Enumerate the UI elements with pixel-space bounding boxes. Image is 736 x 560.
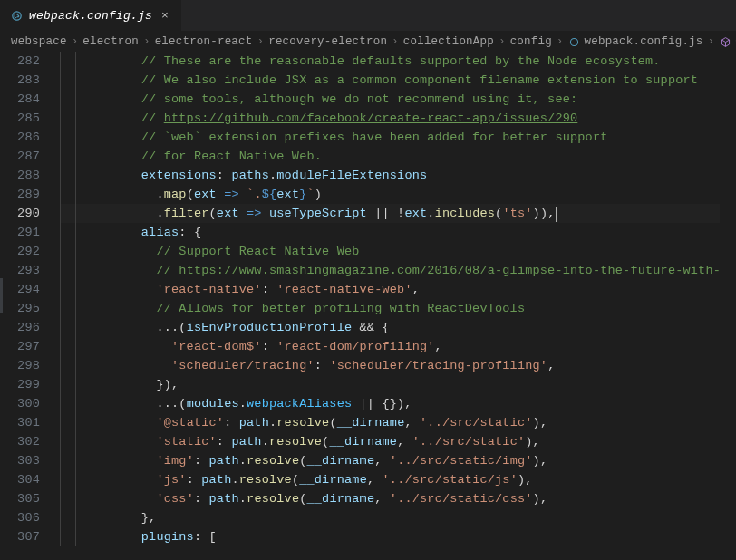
line-number: 282	[0, 52, 60, 71]
code-line[interactable]: 302 'static': path.resolve(__dirname, '.…	[0, 432, 736, 451]
code-line[interactable]: 284 // some tools, although we do not re…	[0, 90, 736, 109]
code-text[interactable]: ...(modules.webpackAliases || {}),	[96, 394, 736, 413]
line-number: 299	[0, 375, 60, 394]
code-text[interactable]: // `web` extension prefixes have been ad…	[96, 128, 736, 147]
indent-guide-area	[60, 299, 96, 318]
breadcrumb-separator-icon: ›	[71, 35, 80, 48]
line-number: 286	[0, 128, 60, 147]
tab-bar: webpack.config.js ×	[0, 0, 736, 32]
code-text[interactable]: }),	[96, 375, 736, 394]
editor[interactable]: 282 // These are the reasonable defaults…	[0, 52, 736, 560]
code-line[interactable]: 289 .map(ext => `.${ext}`)	[0, 185, 736, 204]
js-file-icon	[9, 8, 24, 23]
line-number: 298	[0, 356, 60, 375]
line-number: 297	[0, 337, 60, 356]
code-line[interactable]: 307 plugins: [	[0, 527, 736, 546]
code-text[interactable]: 'react-native': 'react-native-web',	[96, 280, 736, 299]
line-number: 301	[0, 413, 60, 432]
code-text[interactable]: // for React Native Web.	[96, 147, 736, 166]
code-text[interactable]: // We also include JSX as a common compo…	[96, 71, 736, 90]
code-line[interactable]: 283 // We also include JSX as a common c…	[0, 71, 736, 90]
code-line[interactable]: 295 // Allows for better profiling with …	[0, 299, 736, 318]
indent-guide-area	[60, 375, 96, 394]
indent-guide-area	[60, 52, 96, 71]
code-text[interactable]: ...(isEnvProductionProfile && {	[96, 318, 736, 337]
code-text[interactable]: 'react-dom$': 'react-dom/profiling',	[96, 337, 736, 356]
text-cursor	[556, 207, 557, 222]
indent-guide-area	[60, 318, 96, 337]
code-text[interactable]: 'img': path.resolve(__dirname, '../src/s…	[96, 451, 736, 470]
breadcrumb-separator-icon: ›	[498, 35, 507, 48]
code-line[interactable]: 292 // Support React Native Web	[0, 242, 736, 261]
line-number: 285	[0, 109, 60, 128]
indent-guide-area	[60, 166, 96, 185]
line-number: 295	[0, 299, 60, 318]
code-line[interactable]: 300 ...(modules.webpackAliases || {}),	[0, 394, 736, 413]
breadcrumbs[interactable]: webspace›electron›electron-react›recover…	[0, 32, 736, 52]
code-line[interactable]: 293 // https://www.smashingmagazine.com/…	[0, 261, 736, 280]
indent-guide-area	[60, 261, 96, 280]
breadcrumb-item[interactable]: recovery-electron	[268, 35, 387, 48]
line-number: 302	[0, 432, 60, 451]
code-text[interactable]: // https://www.smashingmagazine.com/2016…	[96, 261, 736, 280]
indent-guide-area	[60, 432, 96, 451]
breadcrumb-label: webspace	[11, 35, 67, 48]
breadcrumb-item[interactable]: webpack.config.js	[568, 35, 703, 48]
code-line[interactable]: 298 'scheduler/tracing': 'scheduler/trac…	[0, 356, 736, 375]
code-line[interactable]: 294 'react-native': 'react-native-web',	[0, 280, 736, 299]
code-line[interactable]: 282 // These are the reasonable defaults…	[0, 52, 736, 71]
code-text[interactable]: // https://github.com/facebook/create-re…	[96, 109, 736, 128]
code-line[interactable]: 287 // for React Native Web.	[0, 147, 736, 166]
indent-guide-area	[60, 185, 96, 204]
code-text[interactable]: // some tools, although we do not recomm…	[96, 90, 736, 109]
breadcrumb-item[interactable]: electron	[82, 35, 139, 48]
tab-close-button[interactable]: ×	[158, 8, 172, 23]
minimap[interactable]	[720, 52, 736, 560]
code-text[interactable]: extensions: paths.moduleFileExtensions	[96, 166, 736, 185]
code-text[interactable]: 'js': path.resolve(__dirname, '../src/st…	[96, 470, 736, 489]
code-text[interactable]: 'scheduler/tracing': 'scheduler/tracing-…	[96, 356, 736, 375]
tab-active[interactable]: webpack.config.js ×	[0, 0, 182, 31]
indent-guide-area	[60, 109, 96, 128]
code-text[interactable]: .filter(ext => useTypeScript || !ext.inc…	[96, 204, 736, 223]
indent-guide-area	[60, 489, 96, 508]
line-number: 289	[0, 185, 60, 204]
code-line[interactable]: 291 alias: {	[0, 223, 736, 242]
code-line[interactable]: 305 'css': path.resolve(__dirname, '../s…	[0, 489, 736, 508]
line-number: 288	[0, 166, 60, 185]
breadcrumb-item[interactable]: electron-react	[155, 35, 253, 48]
code-text[interactable]: // These are the reasonable defaults sup…	[96, 52, 736, 71]
code-line[interactable]: 299 }),	[0, 375, 736, 394]
code-line[interactable]: 304 'js': path.resolve(__dirname, '../sr…	[0, 470, 736, 489]
breadcrumb-item[interactable]: <unknown>	[719, 35, 736, 48]
code-text[interactable]: plugins: [	[96, 527, 736, 546]
indent-guide-area	[60, 242, 96, 261]
breadcrumb-item[interactable]: webspace	[11, 35, 67, 48]
code-text[interactable]: .map(ext => `.${ext}`)	[96, 185, 736, 204]
code-text[interactable]: },	[96, 508, 736, 527]
breadcrumb-label: config	[510, 35, 552, 48]
code-line[interactable]: 297 'react-dom$': 'react-dom/profiling',	[0, 337, 736, 356]
code-line[interactable]: 306 },	[0, 508, 736, 527]
code-line[interactable]: 296 ...(isEnvProductionProfile && {	[0, 318, 736, 337]
line-number: 294	[0, 280, 60, 299]
code-line[interactable]: 288 extensions: paths.moduleFileExtensio…	[0, 166, 736, 185]
code-line[interactable]: 301 '@static': path.resolve(__dirname, '…	[0, 413, 736, 432]
code-line[interactable]: 286 // `web` extension prefixes have bee…	[0, 128, 736, 147]
code-text[interactable]: alias: {	[96, 223, 736, 242]
code-text[interactable]: 'css': path.resolve(__dirname, '../src/s…	[96, 489, 736, 508]
breadcrumb-item[interactable]: collectionApp	[403, 35, 494, 48]
code-line[interactable]: 303 'img': path.resolve(__dirname, '../s…	[0, 451, 736, 470]
code-text[interactable]: // Allows for better profiling with Reac…	[96, 299, 736, 318]
breadcrumb-separator-icon: ›	[556, 35, 565, 48]
code-text[interactable]: // Support React Native Web	[96, 242, 736, 261]
line-number: 284	[0, 90, 60, 109]
code-text[interactable]: 'static': path.resolve(__dirname, '../sr…	[96, 432, 736, 451]
code-text[interactable]: '@static': path.resolve(__dirname, '../s…	[96, 413, 736, 432]
breadcrumb-item[interactable]: config	[510, 35, 552, 48]
indent-guide-area	[60, 128, 96, 147]
line-number: 305	[0, 489, 60, 508]
code-line[interactable]: 285 // https://github.com/facebook/creat…	[0, 109, 736, 128]
indent-guide-area	[60, 71, 96, 90]
code-line[interactable]: 290 .filter(ext => useTypeScript || !ext…	[0, 204, 736, 223]
